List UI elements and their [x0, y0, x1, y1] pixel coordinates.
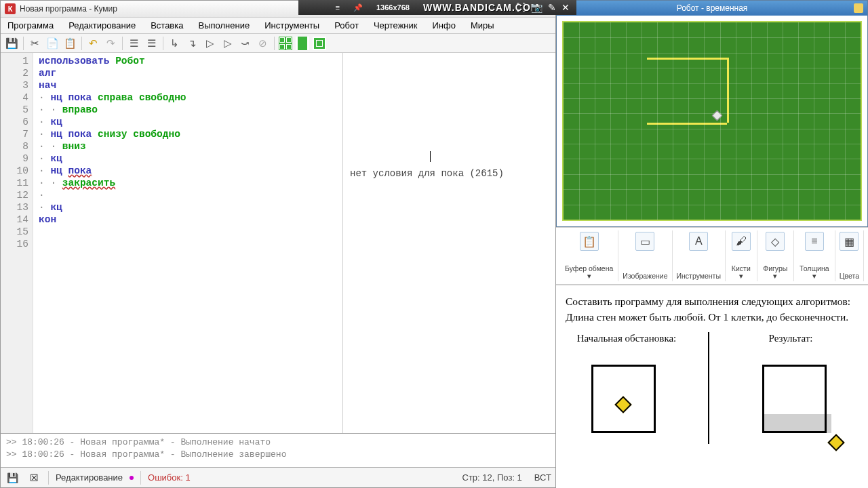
robot-title-bar: Робот - временная [557, 1, 867, 16]
robot-marker [712, 110, 723, 121]
outdent-icon[interactable]: ☰ [143, 35, 160, 52]
toolbar: 💾 ✂ 📄 📋 ↶ ↷ ☰ ☰ ↳ ↴ ▷ ▷ ⤻ ⊘ [1, 34, 555, 53]
code-editor[interactable]: 12345678910111213141516 использовать Роб… [1, 53, 343, 433]
status-bar: 💾 ☒ Редактирование Ошибок: 1 Стр: 12, По… [1, 467, 555, 487]
fig2-label: Результат: [769, 331, 813, 346]
step-into-icon[interactable]: ↳ [166, 35, 183, 52]
line-gutter: 12345678910111213141516 [1, 53, 33, 433]
stop-icon[interactable]: ⊘ [254, 35, 271, 52]
run2-icon[interactable]: ▷ [219, 35, 236, 52]
task-document: Составить программу для выполнения следу… [556, 285, 868, 488]
robot-grid[interactable] [562, 21, 862, 221]
fig2-canvas [730, 350, 852, 455]
pencil-icon[interactable]: ✎ [548, 2, 556, 13]
cut-icon[interactable]: ✂ [26, 35, 43, 52]
copy-icon[interactable]: 📄 [44, 35, 61, 52]
paste-icon[interactable]: 📋 [62, 35, 79, 52]
menu-чертежник[interactable]: Чертежник [371, 19, 420, 32]
code-area[interactable]: использовать Роботалгнач· нц пока справа… [33, 53, 342, 433]
status-insert-mode: ВСТ [534, 472, 551, 483]
bandicam-resolution: 1366x768 [376, 3, 410, 12]
menu-инструменты[interactable]: Инструменты [262, 19, 322, 32]
menu-миры[interactable]: Миры [468, 19, 497, 32]
menu-робот[interactable]: Робот [332, 19, 361, 32]
fig1-label: Начальная обстановка: [577, 331, 677, 346]
window-title: Новая программа - Кумир [20, 4, 117, 14]
run-icon[interactable]: ▷ [201, 35, 218, 52]
fullscreen-icon[interactable]: ⛶ [516, 2, 526, 13]
ribbon-инструменты[interactable]: AИнструменты [673, 230, 726, 281]
text-cursor [430, 151, 431, 162]
fig1-robot [614, 396, 631, 413]
status-dot [130, 476, 134, 480]
ribbon-кисти[interactable]: 🖌Кисти ▾ [726, 230, 757, 281]
paint-ribbon: 📋Буфер обмена ▾▭ИзображениеAИнструменты🖌… [556, 227, 868, 285]
close-status-icon[interactable]: ☒ [26, 471, 41, 485]
status-position: Стр: 12, Поз: 1 [462, 472, 522, 483]
status-mode: Редактирование [56, 472, 123, 483]
status-errors: Ошибок: 1 [148, 472, 191, 483]
output-pane: нет условия для пока (2615) [343, 53, 555, 433]
minimize-button[interactable] [854, 3, 863, 13]
menu-bar: ПрограммаРедактированиеВставкаВыполнение… [1, 18, 555, 34]
fig2-robot [827, 434, 844, 451]
fig-separator [708, 332, 709, 444]
menu-вставка[interactable]: Вставка [148, 19, 186, 32]
menu-программа[interactable]: Программа [5, 19, 56, 32]
save-status-icon[interactable]: 💾 [5, 471, 20, 485]
fig1-canvas [566, 350, 688, 455]
robot-title-text: Робот - временная [677, 3, 748, 13]
error-message: нет условия для пока (2615) [350, 168, 549, 179]
step-over-icon[interactable]: ↴ [184, 35, 201, 52]
ribbon-цвета[interactable]: ▦Цвета [835, 230, 864, 281]
ribbon-фигуры[interactable]: ◇Фигуры ▾ [757, 230, 794, 281]
close-icon[interactable]: ✕ [561, 2, 570, 13]
console: >> 18:00:26 - Новая программа* - Выполне… [1, 433, 555, 467]
task-line-2: Длина стен может быть любой. От 1 клетки… [566, 309, 859, 325]
bandicam-overlay: ≡📌 1366x768 WWW.BANDICAM.COM ⛶ 📷 ✎ ✕ [298, 0, 576, 15]
menu-редактирование[interactable]: Редактирование [66, 19, 138, 32]
redo-icon[interactable]: ↷ [102, 35, 119, 52]
undo-icon[interactable]: ↶ [85, 35, 102, 52]
ribbon-изображение[interactable]: ▭Изображение [618, 230, 672, 281]
ribbon-толщина[interactable]: ≡Толщина ▾ [794, 230, 835, 281]
robot-field-icon[interactable] [311, 36, 328, 51]
robot-window: Робот - временная [556, 0, 868, 227]
menu-выполнение[interactable]: Выполнение [195, 19, 252, 32]
run3-icon[interactable]: ⤻ [237, 35, 254, 52]
app-icon: К [5, 3, 16, 14]
task-line-1: Составить программу для выполнения следу… [566, 293, 859, 309]
indent-icon[interactable]: ☰ [125, 35, 142, 52]
ribbon-буфер[interactable]: 📋Буфер обмена ▾ [560, 230, 618, 281]
robot-col-icon[interactable] [294, 36, 311, 51]
kumir-window: К Новая программа - Кумир ПрограммаРедак… [0, 0, 556, 488]
robot-grid-icon[interactable] [277, 36, 294, 51]
save-icon[interactable]: 💾 [3, 35, 20, 52]
menu-инфо[interactable]: Инфо [429, 19, 458, 32]
camera-icon[interactable]: 📷 [531, 2, 542, 13]
